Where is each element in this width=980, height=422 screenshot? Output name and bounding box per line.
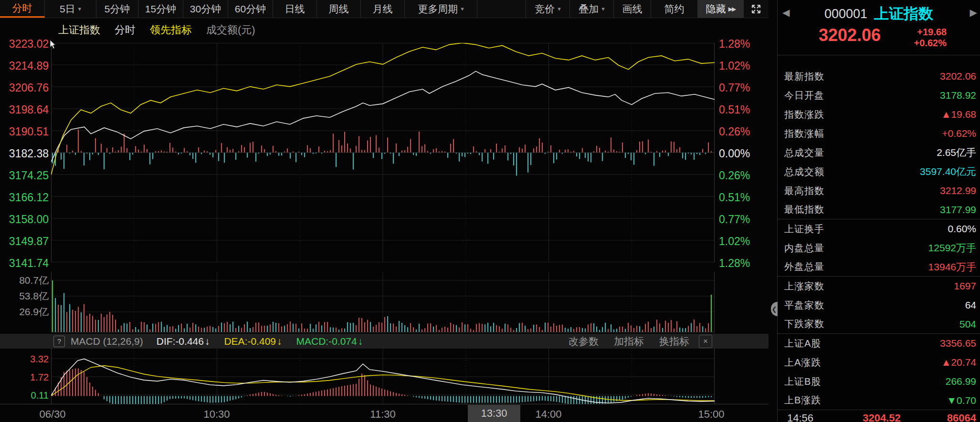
macd-axis-label: 3.32 xyxy=(0,353,49,365)
quote-row: 总成交额3597.40亿元 xyxy=(778,162,980,181)
tick-volume: 86064 xyxy=(924,412,976,422)
quote-row: 下跌家数504 xyxy=(778,315,980,334)
tab-label: 竞价 xyxy=(535,2,555,16)
tab-bidding[interactable]: 竞价▾ xyxy=(526,0,570,18)
quote-row-label: 上B涨跌 xyxy=(784,394,821,407)
pct-axis-label: 1.28% xyxy=(719,38,762,50)
vol-axis-label: 80.7亿 xyxy=(0,274,49,287)
quote-row-value: 0.60% xyxy=(948,223,976,235)
switch-indicator-button[interactable]: 换指标 xyxy=(659,335,689,348)
collapse-panel-handle[interactable]: ❮ xyxy=(771,302,778,316)
quote-row-value: 2.65亿手 xyxy=(937,146,976,159)
toolbar-spacer xyxy=(477,0,526,18)
price-axis-label: 3158.00 xyxy=(0,213,49,226)
quote-row-value: ▲19.68 xyxy=(941,109,976,120)
price-axis-label: 3174.25 xyxy=(0,169,49,182)
tab-label: 5日 xyxy=(60,2,75,16)
tab-30min[interactable]: 30分钟 xyxy=(183,0,228,18)
quote-row-label: 上涨家数 xyxy=(784,280,824,293)
fullscreen-icon[interactable] xyxy=(744,0,769,18)
macd-indicator-title: MACD (12,26,9) xyxy=(71,336,143,347)
pct-axis-label: 0.26% xyxy=(719,169,762,182)
next-stock-arrow[interactable]: ▶ xyxy=(970,7,977,18)
legend-item-0[interactable]: 上证指数 xyxy=(58,23,100,37)
quote-panel: ❮ ◀ ▶ 000001 上证指数 3202.06 +19.68 +0.62% … xyxy=(777,0,980,422)
quote-row-label: 外盘总量 xyxy=(784,260,824,273)
quote-row-label: 上证B股 xyxy=(784,375,821,388)
volume-chart[interactable] xyxy=(51,272,715,332)
mouse-cursor-icon xyxy=(49,40,57,50)
close-indicator-button[interactable]: × xyxy=(699,335,712,348)
tab-label: 15分钟 xyxy=(145,2,176,16)
quote-row-value: 12592万手 xyxy=(928,241,976,255)
quote-row: 上证换手0.60% xyxy=(778,219,980,238)
quote-row-label: 最低指数 xyxy=(784,203,824,216)
quote-row-label: 今日开盘 xyxy=(784,89,824,102)
legend-item-2[interactable]: 领先指标 xyxy=(150,23,192,37)
quote-row: 平盘家数64 xyxy=(778,296,980,315)
macd-hist-value: MACD:-0.074↓ xyxy=(296,336,363,347)
quote-row: 指数涨跌▲19.68 xyxy=(778,105,980,124)
intraday-chart[interactable] xyxy=(51,43,715,262)
prev-stock-arrow[interactable]: ◀ xyxy=(782,7,790,18)
tick-price: 3204.52 xyxy=(840,412,924,422)
change-percent: +0.62% xyxy=(914,38,947,48)
price-axis-label: 3166.12 xyxy=(0,191,49,204)
price-axis-label: 3182.38 xyxy=(0,147,49,160)
price-axis-label: 3149.87 xyxy=(0,235,49,247)
quote-row-label: 下跌家数 xyxy=(784,318,824,330)
quote-row-value: ▼0.70 xyxy=(947,395,976,406)
pct-axis-label: 0.77% xyxy=(719,82,762,94)
stock-code: 000001 xyxy=(824,7,867,21)
price-axis-label: 3190.51 xyxy=(0,125,49,138)
tab-draw-line[interactable]: 画线 xyxy=(614,0,651,18)
quote-row: 上涨家数1697 xyxy=(778,277,980,296)
tab-5day[interactable]: 5日▾ xyxy=(45,0,96,18)
tick-time: 14:56 xyxy=(787,412,840,422)
tab-15min[interactable]: 15分钟 xyxy=(138,0,183,18)
legend-item-1[interactable]: 分时 xyxy=(115,23,136,37)
quote-row: 最高指数3212.99 xyxy=(778,181,980,200)
down-arrow-icon: ↓ xyxy=(205,336,210,347)
last-price: 3202.06 xyxy=(819,26,881,45)
tab-monthly[interactable]: 月线 xyxy=(361,0,405,18)
macd-chart[interactable] xyxy=(51,349,715,404)
quote-row-label: 平盘家数 xyxy=(784,299,824,312)
tab-fenshi[interactable]: 分时 xyxy=(0,0,45,18)
quote-row: 指数涨幅+0.62% xyxy=(778,124,980,143)
quote-row: 上证B股266.99 xyxy=(778,372,980,391)
quote-row: 上证A股3356.65 xyxy=(778,334,980,353)
tab-weekly[interactable]: 周线 xyxy=(317,0,361,18)
quote-row-label: 上证换手 xyxy=(784,223,824,236)
quote-row: 今日开盘3178.92 xyxy=(778,86,980,105)
tab-label: 分时 xyxy=(12,1,32,15)
tab-label: 日线 xyxy=(285,2,305,16)
tab-simple-mode[interactable]: 简约 xyxy=(651,0,698,18)
down-arrow-icon: ↓ xyxy=(277,336,282,347)
pct-axis-label: 0.51% xyxy=(719,191,762,204)
quote-header: ◀ ▶ 000001 上证指数 3202.06 +19.68 +0.62% xyxy=(778,0,980,55)
time-label: 15:00 xyxy=(698,408,724,421)
quote-row-label: 上证A股 xyxy=(784,337,821,350)
price-axis-label: 3141.74 xyxy=(0,257,49,269)
quote-row: 最新指数3202.06 xyxy=(778,67,980,86)
tab-label: 30分钟 xyxy=(190,2,221,16)
tab-60min[interactable]: 60分钟 xyxy=(228,0,273,18)
quote-row-value: 3178.92 xyxy=(940,90,976,101)
tab-more-periods[interactable]: 更多周期▾ xyxy=(405,0,477,18)
macd-help-button[interactable]: ? xyxy=(53,336,65,347)
tab-overlay[interactable]: 叠加▾ xyxy=(570,0,614,18)
chevron-down-icon: ▾ xyxy=(558,5,561,12)
quote-row-value: 3212.99 xyxy=(940,185,976,196)
tab-5min[interactable]: 5分钟 xyxy=(96,0,138,18)
macd-dif-value: DIF:-0.446↓ xyxy=(157,336,210,347)
quote-row-value: 3202.06 xyxy=(940,71,976,82)
chevron-down-icon: ▾ xyxy=(78,5,82,12)
quote-row-value: 266.99 xyxy=(946,376,976,387)
tab-daily[interactable]: 日线 xyxy=(273,0,317,18)
price-axis-label: 3223.02 xyxy=(0,38,49,50)
legend-item-3[interactable]: 成交额(元) xyxy=(206,23,255,37)
change-params-button[interactable]: 改参数 xyxy=(569,335,599,348)
tab-hide-panel[interactable]: 隐藏▶▶ xyxy=(698,0,744,18)
add-indicator-button[interactable]: 加指标 xyxy=(614,335,644,348)
